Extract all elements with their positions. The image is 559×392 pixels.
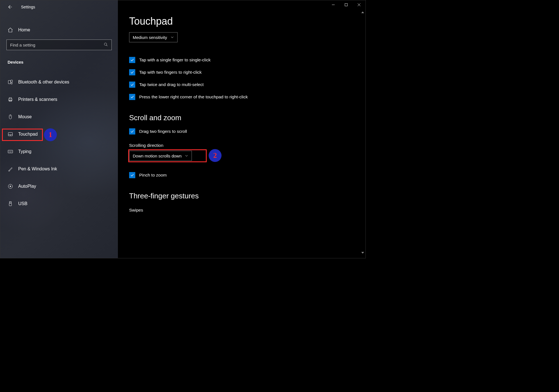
checkbox-label: Press the lower right corner of the touc… [139, 94, 248, 99]
sidebar-category: Devices [0, 50, 118, 68]
svg-rect-12 [10, 202, 11, 203]
home-icon [8, 27, 13, 33]
checkbox-checked-icon [129, 57, 135, 63]
svg-rect-0 [345, 4, 348, 6]
svg-point-1 [104, 43, 107, 45]
sensitivity-dropdown[interactable]: Medium sensitivity [129, 32, 178, 42]
svg-point-4 [11, 83, 12, 84]
search-wrapper [6, 40, 112, 50]
annotation-marker-2: 2 [209, 149, 222, 162]
maximize-button[interactable] [340, 0, 353, 9]
sidebar-item-printers[interactable]: Printers & scanners [0, 91, 118, 108]
sidebar-item-label: Bluetooth & other devices [18, 80, 69, 85]
chevron-down-icon [185, 154, 188, 158]
main-content: Touchpad Medium sensitivity Tap with a s… [118, 0, 365, 258]
minimize-button[interactable] [327, 0, 340, 9]
scroll-direction-dropdown[interactable]: Down motion scrolls down [129, 151, 192, 161]
search-icon [104, 42, 108, 48]
sidebar-item-home[interactable]: Home [0, 23, 118, 37]
usb-icon [8, 201, 13, 207]
sidebar-item-bluetooth[interactable]: Bluetooth & other devices [0, 73, 118, 91]
checkbox-label: Drag two fingers to scroll [139, 129, 187, 134]
sidebar-item-pen[interactable]: Pen & Windows Ink [0, 160, 118, 178]
chevron-down-icon [171, 35, 174, 40]
checkbox-row-two-finger-tap[interactable]: Tap with two fingers to right-click [129, 69, 365, 75]
checkbox-row-tap-twice-drag[interactable]: Tap twice and drag to multi-select [129, 82, 365, 88]
sidebar-item-touchpad[interactable]: Touchpad [0, 126, 118, 143]
sidebar-item-label: USB [18, 201, 27, 206]
page-title: Touchpad [129, 15, 365, 27]
checkbox-label: Tap twice and drag to multi-select [139, 82, 204, 87]
sidebar-item-label: Typing [18, 149, 31, 154]
bluetooth-devices-icon [8, 79, 13, 85]
app-title: Settings [21, 5, 35, 9]
sidebar-item-usb[interactable]: USB [0, 195, 118, 212]
sidebar-nav: Bluetooth & other devices Printers & sca… [0, 73, 118, 212]
svg-rect-2 [8, 80, 11, 84]
svg-rect-6 [9, 98, 11, 99]
sidebar-item-typing[interactable]: Typing [0, 143, 118, 160]
scroll-up-icon[interactable] [361, 10, 365, 14]
field-label-scroll-direction: Scrolling direction [129, 143, 365, 148]
pen-icon [8, 166, 13, 172]
close-button[interactable] [353, 0, 365, 9]
section-heading-three-finger: Three-finger gestures [129, 192, 365, 200]
checkbox-checked-icon [129, 82, 135, 88]
svg-rect-10 [8, 150, 13, 153]
sidebar-item-label: Pen & Windows Ink [18, 166, 57, 171]
back-button[interactable] [5, 3, 14, 11]
checkbox-checked-icon [129, 172, 135, 178]
scroll-direction-value: Down motion scrolls down [133, 154, 181, 158]
section-heading-scroll-zoom: Scroll and zoom [129, 113, 365, 122]
checkbox-row-single-tap[interactable]: Tap with a single finger to single-click [129, 57, 365, 63]
search-box[interactable] [6, 40, 112, 50]
sidebar-item-autoplay[interactable]: AutoPlay [0, 178, 118, 195]
checkbox-checked-icon [129, 94, 135, 100]
window-controls [327, 0, 365, 9]
sensitivity-value: Medium sensitivity [133, 35, 167, 40]
sidebar-item-mouse[interactable]: Mouse [0, 108, 118, 126]
sidebar: Settings Home Devices Bluetooth & oth [0, 0, 118, 258]
mouse-icon [8, 114, 13, 120]
checkbox-label: Tap with a single finger to single-click [139, 57, 211, 62]
checkbox-label: Tap with two fingers to right-click [139, 70, 202, 75]
sidebar-item-label: Mouse [18, 114, 32, 119]
svg-rect-13 [9, 203, 11, 206]
home-label: Home [18, 27, 30, 33]
titlebar-left: Settings [0, 0, 118, 14]
checkbox-row-pinch-zoom[interactable]: Pinch to zoom [129, 172, 365, 178]
checkbox-checked-icon [129, 69, 135, 75]
sidebar-item-label: AutoPlay [18, 184, 36, 189]
search-input[interactable] [10, 43, 104, 47]
scroll-down-icon[interactable] [361, 251, 365, 255]
printer-icon [8, 97, 13, 102]
checkbox-label: Pinch to zoom [139, 173, 167, 178]
autoplay-icon [8, 184, 13, 189]
checkbox-checked-icon [129, 128, 135, 134]
touchpad-icon [8, 131, 13, 137]
checkbox-row-two-finger-scroll[interactable]: Drag two fingers to scroll [129, 128, 365, 134]
scrollbar[interactable] [360, 10, 365, 255]
field-label-swipes: Swipes [129, 208, 365, 213]
checkbox-row-lower-right-corner[interactable]: Press the lower right corner of the touc… [129, 94, 365, 100]
sidebar-item-label: Touchpad [18, 132, 38, 137]
keyboard-icon [8, 149, 13, 154]
settings-window: Settings Home Devices Bluetooth & oth [0, 0, 366, 258]
svg-rect-3 [11, 80, 13, 82]
sidebar-item-label: Printers & scanners [18, 97, 57, 102]
